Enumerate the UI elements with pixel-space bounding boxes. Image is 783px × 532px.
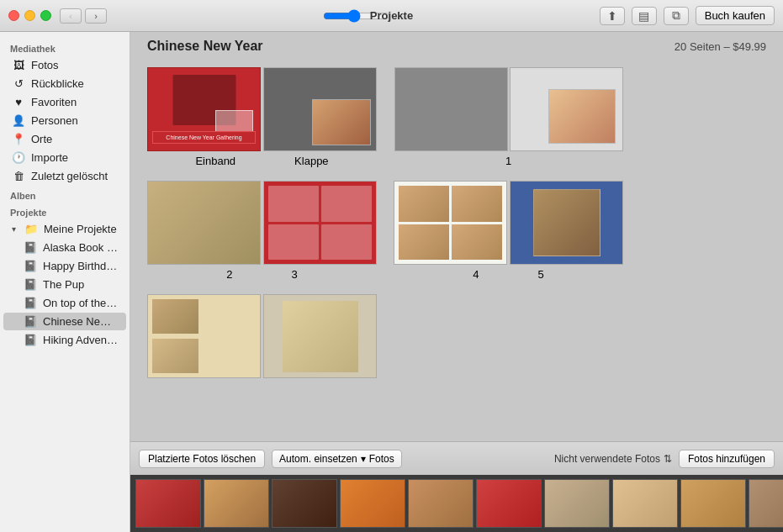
cover-spread: Chinese New Year Gathering — [147, 67, 377, 151]
spread67-item[interactable] — [147, 294, 377, 378]
close-button[interactable] — [8, 10, 19, 21]
page3-photo4 — [321, 224, 372, 261]
pages-grid: Chinese New Year Gathering Einband Klapp… — [130, 59, 783, 441]
strip-photo-3[interactable] — [272, 479, 337, 528]
spread23-item[interactable]: 2 3 — [147, 181, 377, 281]
sidebar-item-label: Chinese New Y… — [43, 315, 118, 328]
pages-row-3 — [147, 294, 766, 378]
add-photos-button[interactable]: Fotos hinzufügen — [679, 450, 775, 468]
page1-spread-item[interactable]: 1 — [394, 67, 623, 167]
page1-label: 1 — [394, 155, 623, 167]
page1-left — [394, 67, 508, 151]
strip-photo-2[interactable] — [204, 479, 269, 528]
sidebar-item-importe[interactable]: 🕐 Importe — [3, 149, 126, 166]
sidebar-item-label: Fotos — [31, 59, 118, 71]
strip-photo-6[interactable] — [476, 479, 542, 528]
albums-section-label: Alben — [0, 186, 130, 203]
page5 — [510, 181, 623, 265]
cover-spread-item[interactable]: Chinese New Year Gathering Einband Klapp… — [147, 67, 377, 167]
spread45-labels: 4 5 — [473, 268, 543, 281]
view-icon-button[interactable]: ▤ — [632, 7, 657, 25]
book-meta: 20 Seiten – $49.99 — [675, 40, 766, 53]
sidebar-item-label: Happy Birthday… — [43, 260, 118, 272]
strip-photo-7[interactable] — [544, 479, 610, 528]
delete-placed-button[interactable]: Platzierte Fotos löschen — [139, 450, 265, 468]
book-icon: 📓 — [24, 297, 37, 309]
window-buttons — [8, 10, 51, 21]
page4-photo1 — [399, 186, 449, 222]
strip-photo-8[interactable] — [612, 479, 678, 528]
strip-photo-4[interactable] — [340, 479, 405, 528]
sidebar-item-pup[interactable]: 📓 The Pup — [3, 276, 126, 293]
page3-photo2 — [321, 186, 372, 222]
page3-photo3 — [268, 224, 319, 261]
sidebar-item-birthday[interactable]: 📓 Happy Birthday… — [3, 257, 126, 275]
page3 — [263, 181, 377, 265]
sidebar-item-ontop[interactable]: 📓 On top of the… — [3, 294, 126, 312]
book-icon: 📓 — [24, 315, 37, 328]
trash-icon: 🗑 — [12, 170, 25, 182]
sidebar-item-meine-projekte[interactable]: ▾ 📁 Meine Projekte — [3, 220, 126, 238]
book-icon: 📓 — [24, 241, 37, 254]
maximize-button[interactable] — [40, 10, 51, 21]
strip-photo-5[interactable] — [408, 479, 474, 528]
page4-label: 4 — [473, 268, 479, 281]
memories-icon: ↺ — [12, 77, 25, 90]
sidebar-item-orte[interactable]: 📍 Orte — [3, 130, 126, 148]
minimize-button[interactable] — [24, 10, 35, 21]
nav-buttons: ‹ › — [60, 8, 107, 24]
cover-title-bar: Chinese New Year Gathering — [152, 131, 256, 144]
strip-photo-1[interactable] — [135, 479, 201, 528]
strip-photo-10[interactable] — [749, 479, 783, 528]
book-icon: 📓 — [24, 278, 37, 291]
split-icon-button[interactable]: ⧉ — [664, 7, 689, 25]
sidebar-item-geloescht[interactable]: 🗑 Zuletzt gelöscht — [3, 167, 126, 185]
page4-photo4 — [452, 224, 502, 261]
strip-photo-9[interactable] — [680, 479, 746, 528]
sidebar-item-chinese[interactable]: 📓 Chinese New Y… — [3, 313, 126, 330]
page7 — [263, 294, 377, 378]
content-area: Chinese New Year 20 Seiten – $49.99 Chin… — [130, 32, 783, 532]
sidebar-item-label: Orte — [31, 133, 118, 145]
page4-photo2 — [452, 186, 502, 222]
sidebar-item-rueckblicke[interactable]: ↺ Rückblicke — [3, 75, 126, 92]
photos-icon: 🖼 — [12, 59, 25, 71]
forward-button[interactable]: › — [85, 8, 107, 24]
cover-title-text: Chinese New Year Gathering — [166, 134, 241, 140]
spread45 — [394, 181, 623, 265]
sidebar-item-label: Rückblicke — [31, 77, 118, 90]
auto-insert-dropdown[interactable]: Autom. einsetzen ▾ Fotos — [272, 450, 402, 468]
photo-strip — [130, 475, 783, 532]
sidebar-item-label: Favoriten — [31, 96, 118, 108]
spread23-labels: 2 3 — [226, 268, 297, 281]
sidebar-item-hiking[interactable]: 📓 Hiking Adventure — [3, 331, 126, 349]
slider-container — [114, 9, 600, 23]
sidebar-item-fotos[interactable]: 🖼 Fotos — [3, 56, 126, 74]
page7-photo — [283, 301, 358, 372]
book-icon: 📓 — [24, 260, 37, 272]
page2 — [147, 181, 261, 265]
content-header: Chinese New Year 20 Seiten – $49.99 — [130, 32, 783, 59]
flap-photo — [312, 99, 371, 145]
sidebar-item-label: Alaska Book Pr… — [43, 241, 118, 254]
sidebar-item-alaska[interactable]: 📓 Alaska Book Pr… — [3, 239, 126, 256]
page5-label: 5 — [538, 268, 544, 281]
back-button[interactable]: ‹ — [60, 8, 82, 24]
sidebar-item-label: Importe — [31, 151, 118, 164]
sidebar-item-label: Meine Projekte — [44, 223, 118, 235]
sidebar: Mediathek 🖼 Fotos ↺ Rückblicke ♥ Favorit… — [0, 32, 130, 532]
flap-page — [263, 67, 377, 151]
export-icon-button[interactable]: ⬆ — [600, 7, 625, 25]
page2-label: 2 — [226, 268, 232, 281]
unused-photos-select[interactable]: Nicht verwendete Fotos ⇅ — [554, 453, 672, 465]
sidebar-item-favoriten[interactable]: ♥ Favoriten — [3, 93, 126, 111]
buy-button[interactable]: Buch kaufen — [696, 6, 775, 25]
page1-right — [510, 67, 623, 151]
page3-label: 3 — [292, 268, 298, 281]
sidebar-item-label: Zuletzt gelöscht — [31, 170, 118, 182]
library-section-label: Mediathek — [0, 39, 130, 55]
spread45-item[interactable]: 4 5 — [394, 181, 623, 281]
dropdown-chevron-icon: ▾ — [361, 453, 366, 465]
page6-photo1 — [152, 299, 198, 334]
sidebar-item-personen[interactable]: 👤 Personen — [3, 112, 126, 129]
